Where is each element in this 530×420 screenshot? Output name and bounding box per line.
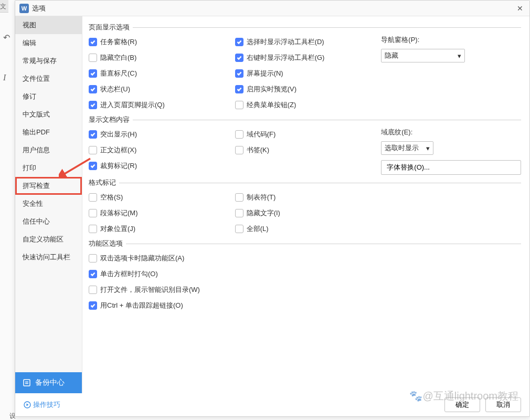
sidebar-item-0[interactable]: 视图 bbox=[15, 16, 82, 34]
doc-opt-a1[interactable]: 正文边框(X) bbox=[89, 143, 229, 157]
sidebar-item-10[interactable]: 安全性 bbox=[15, 195, 82, 213]
checkbox[interactable] bbox=[89, 146, 97, 154]
ribbon-opt-0[interactable]: 双击选项卡时隐藏功能区(A) bbox=[89, 251, 521, 265]
checkbox[interactable] bbox=[89, 286, 97, 294]
play-icon bbox=[24, 401, 31, 408]
sidebar-item-8[interactable]: 打印 bbox=[15, 159, 82, 177]
checkbox[interactable] bbox=[89, 54, 97, 62]
checkbox[interactable] bbox=[89, 162, 97, 170]
fmt-opt-b2[interactable]: 全部(L) bbox=[235, 222, 375, 236]
checkbox[interactable] bbox=[89, 101, 97, 109]
nav-pane-label: 导航窗格(P): bbox=[381, 35, 521, 45]
checkbox[interactable] bbox=[235, 69, 243, 78]
checkbox[interactable] bbox=[89, 130, 97, 139]
backup-center-label: 备份中心 bbox=[35, 378, 65, 387]
fmt-opt-a2[interactable]: 对象位置(J) bbox=[89, 222, 229, 236]
option-label: 用Ctrl + 单击跟踪超链接(O) bbox=[100, 301, 183, 310]
page-opt-b4[interactable]: 经典菜单按钮(Z) bbox=[235, 98, 375, 112]
svg-rect-0 bbox=[24, 380, 30, 386]
sidebar: 视图编辑常规与保存文件位置修订中文版式输出PDF用户信息打印拼写检查安全性信任中… bbox=[15, 16, 82, 393]
checkbox[interactable] bbox=[89, 193, 97, 202]
checkbox[interactable] bbox=[235, 101, 243, 109]
option-label: 右键时显示浮动工具栏(G) bbox=[247, 53, 325, 62]
option-label: 打开文件，展示智能识别目录(W) bbox=[100, 285, 200, 295]
fmt-opt-b1[interactable]: 隐藏文字(I) bbox=[235, 206, 375, 220]
checkbox[interactable] bbox=[89, 38, 97, 46]
doc-opt-a2[interactable]: 裁剪标记(R) bbox=[89, 159, 229, 173]
sidebar-item-11[interactable]: 信任中心 bbox=[15, 213, 82, 230]
sidebar-item-6[interactable]: 输出PDF bbox=[15, 123, 82, 141]
fmt-opt-a1[interactable]: 段落标记(M) bbox=[89, 206, 229, 220]
page-opt-b1[interactable]: 右键时显示浮动工具栏(G) bbox=[235, 51, 375, 65]
option-label: 全部(L) bbox=[247, 224, 269, 234]
page-opt-a0[interactable]: 任务窗格(R) bbox=[89, 35, 229, 49]
page-opt-a4[interactable]: 进入页眉页脚提示(Q) bbox=[89, 98, 229, 112]
section-page-display: 页面显示选项 bbox=[89, 23, 521, 32]
sidebar-item-7[interactable]: 用户信息 bbox=[15, 141, 82, 159]
sidebar-item-5[interactable]: 中文版式 bbox=[15, 106, 82, 123]
sidebar-item-3[interactable]: 文件位置 bbox=[15, 70, 82, 88]
field-shading-select[interactable]: 选取时显示 ▾ bbox=[381, 141, 433, 155]
option-label: 裁剪标记(R) bbox=[100, 161, 137, 171]
page-opt-b0[interactable]: 选择时显示浮动工具栏(D) bbox=[235, 35, 375, 49]
section-doc-content: 显示文档内容 bbox=[89, 115, 521, 124]
font-substitute-button[interactable]: 字体替换(O)... bbox=[381, 160, 521, 175]
checkbox[interactable] bbox=[89, 254, 97, 262]
content-panel: 页面显示选项 任务窗格(R)隐藏空白(B)垂直标尺(C)状态栏(U)进入页眉页脚… bbox=[82, 16, 529, 393]
checkbox[interactable] bbox=[89, 270, 97, 278]
page-opt-b3[interactable]: 启用实时预览(V) bbox=[235, 82, 375, 96]
option-label: 进入页眉页脚提示(Q) bbox=[100, 100, 165, 110]
checkbox[interactable] bbox=[235, 130, 243, 139]
options-dialog: W 选项 ✕ 视图编辑常规与保存文件位置修订中文版式输出PDF用户信息打印拼写检… bbox=[15, 0, 530, 417]
fmt-opt-b0[interactable]: 制表符(T) bbox=[235, 191, 375, 204]
sidebar-item-12[interactable]: 自定义功能区 bbox=[15, 230, 82, 248]
dialog-title: 选项 bbox=[32, 4, 515, 13]
section-format-marks: 格式标记 bbox=[89, 178, 521, 187]
sidebar-item-4[interactable]: 修订 bbox=[15, 88, 82, 106]
sidebar-item-9[interactable]: 拼写检查 bbox=[15, 177, 82, 195]
page-opt-a2[interactable]: 垂直标尺(C) bbox=[89, 67, 229, 80]
checkbox[interactable] bbox=[235, 146, 243, 154]
checkbox[interactable] bbox=[89, 209, 97, 217]
checkbox[interactable] bbox=[235, 54, 243, 62]
section-ribbon: 功能区选项 bbox=[89, 239, 521, 248]
sidebar-item-2[interactable]: 常规与保存 bbox=[15, 52, 82, 70]
option-label: 段落标记(M) bbox=[100, 208, 138, 218]
option-label: 经典菜单按钮(Z) bbox=[247, 100, 296, 110]
doc-opt-b1[interactable]: 书签(K) bbox=[235, 143, 375, 157]
checkbox[interactable] bbox=[89, 225, 97, 233]
ribbon-opt-2[interactable]: 打开文件，展示智能识别目录(W) bbox=[89, 283, 521, 297]
page-opt-a3[interactable]: 状态栏(U) bbox=[89, 82, 229, 96]
option-label: 垂直标尺(C) bbox=[100, 69, 137, 78]
ok-button[interactable]: 确定 bbox=[444, 397, 480, 412]
nav-pane-select[interactable]: 隐藏 ▾ bbox=[381, 49, 465, 62]
sidebar-item-1[interactable]: 编辑 bbox=[15, 34, 82, 52]
ribbon-opt-3[interactable]: 用Ctrl + 单击跟踪超链接(O) bbox=[89, 299, 521, 312]
checkbox[interactable] bbox=[89, 85, 97, 93]
checkbox[interactable] bbox=[89, 301, 97, 310]
option-label: 隐藏空白(B) bbox=[100, 53, 136, 62]
fmt-opt-a0[interactable]: 空格(S) bbox=[89, 191, 229, 204]
doc-opt-a0[interactable]: 突出显示(H) bbox=[89, 128, 229, 141]
tips-link[interactable]: 操作技巧 bbox=[24, 400, 60, 410]
checkbox[interactable] bbox=[235, 193, 243, 202]
checkbox[interactable] bbox=[235, 38, 243, 46]
ribbon-opt-1[interactable]: 单击方框时打勾(O) bbox=[89, 267, 521, 281]
backup-icon bbox=[23, 379, 31, 387]
option-label: 单击方框时打勾(O) bbox=[100, 269, 158, 279]
checkbox[interactable] bbox=[235, 209, 243, 217]
document-tab[interactable]: 文稿1 bbox=[0, 0, 8, 13]
checkbox[interactable] bbox=[89, 69, 97, 78]
cancel-button[interactable]: 取消 bbox=[485, 397, 521, 412]
doc-opt-b0[interactable]: 域代码(F) bbox=[235, 128, 375, 141]
page-opt-a1[interactable]: 隐藏空白(B) bbox=[89, 51, 229, 65]
page-opt-b2[interactable]: 屏幕提示(N) bbox=[235, 67, 375, 80]
checkbox[interactable] bbox=[235, 85, 243, 93]
sidebar-item-13[interactable]: 快速访问工具栏 bbox=[15, 248, 82, 266]
italic-icon[interactable]: I bbox=[3, 73, 15, 82]
option-label: 书签(K) bbox=[247, 145, 269, 155]
checkbox[interactable] bbox=[235, 225, 243, 233]
close-button[interactable]: ✕ bbox=[515, 3, 525, 14]
undo-icon[interactable]: ↶ bbox=[3, 33, 15, 43]
backup-center-button[interactable]: 备份中心 bbox=[15, 372, 82, 393]
